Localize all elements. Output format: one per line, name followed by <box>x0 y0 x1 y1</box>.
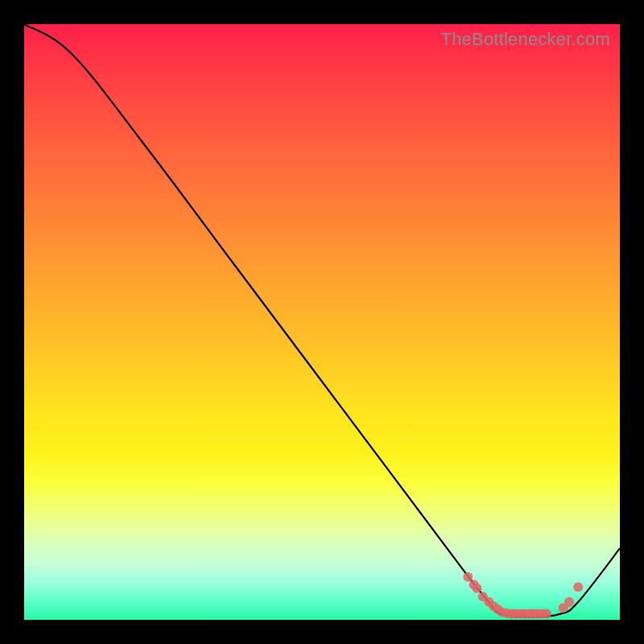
data-marker <box>573 582 583 592</box>
data-marker <box>542 609 551 619</box>
curve-line <box>24 24 620 617</box>
data-markers <box>463 572 583 619</box>
plot-area: TheBottlenecker.com <box>24 24 620 620</box>
data-marker <box>564 597 574 607</box>
bottleneck-curve <box>24 24 620 617</box>
chart-frame: TheBottlenecker.com <box>0 0 644 644</box>
watermark-text: TheBottlenecker.com <box>441 29 610 50</box>
data-marker <box>472 584 481 593</box>
chart-svg <box>24 24 620 620</box>
data-marker <box>463 572 473 582</box>
